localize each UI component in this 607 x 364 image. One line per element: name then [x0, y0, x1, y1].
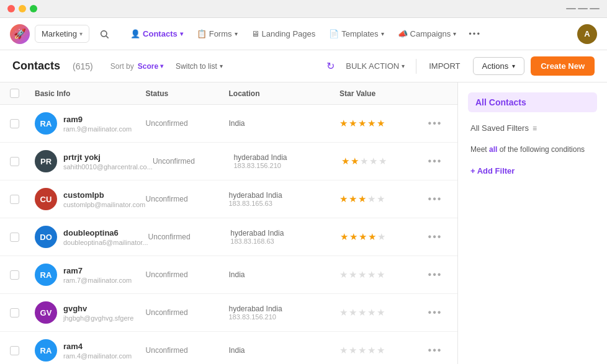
row-more-btn[interactable]: ••• [428, 307, 443, 318]
star-4[interactable]: ★ [367, 269, 375, 280]
refresh-button[interactable]: ↻ [326, 60, 335, 72]
bulk-action-caret-icon: ▾ [402, 63, 405, 69]
add-filter-btn[interactable]: + Add Filter [468, 162, 597, 179]
contacts-count: (615) [73, 61, 93, 71]
star-5[interactable]: ★ [379, 156, 387, 167]
switch-list-btn[interactable]: Switch to list ▾ [176, 62, 223, 71]
contact-stars: ★★★★★ [339, 118, 423, 129]
select-all-checkbox[interactable] [10, 89, 19, 98]
row-checkbox[interactable] [10, 270, 19, 280]
table-row: PR prtrjt yokj sahith0010@gharcentral.co… [0, 143, 457, 180]
import-button[interactable]: IMPORT [423, 58, 466, 74]
star-3[interactable]: ★ [358, 307, 366, 318]
star-1[interactable]: ★ [339, 118, 348, 129]
star-3[interactable]: ★ [358, 193, 366, 205]
star-1[interactable]: ★ [341, 156, 349, 167]
row-checkbox[interactable] [10, 346, 19, 355]
star-1[interactable]: ★ [339, 193, 348, 205]
table-body: RA ram9 ram.9@mailinator.com Unconfirmed… [0, 105, 457, 364]
star-5[interactable]: ★ [377, 307, 385, 318]
nav-item-contacts[interactable]: 👤 Contacts ▾ [124, 25, 189, 42]
star-3[interactable]: ★ [359, 231, 367, 242]
search-button[interactable] [94, 24, 114, 44]
star-1[interactable]: ★ [340, 231, 348, 242]
forms-nav-icon: 📋 [197, 29, 207, 38]
star-4[interactable]: ★ [367, 118, 375, 129]
row-checkbox[interactable] [10, 308, 19, 317]
templates-nav-caret: ▾ [381, 30, 384, 37]
workspace-label: Marketing [42, 29, 77, 38]
star-2[interactable]: ★ [349, 231, 357, 242]
star-2[interactable]: ★ [349, 118, 357, 129]
sort-value[interactable]: Score ▾ [138, 62, 163, 71]
star-5[interactable]: ★ [377, 193, 385, 205]
row-more-btn[interactable]: ••• [428, 345, 443, 356]
row-more-btn[interactable]: ••• [428, 231, 443, 242]
star-3[interactable]: ★ [360, 156, 368, 167]
contact-email: jhgbgh@gvghvg.sfgere [63, 314, 133, 322]
row-checkbox[interactable] [10, 195, 19, 204]
star-3[interactable]: ★ [358, 118, 366, 129]
contact-avatar: RA [35, 112, 57, 135]
star-5[interactable]: ★ [377, 231, 385, 242]
nav-item-forms[interactable]: 📋 Forms ▾ [191, 25, 244, 42]
star-2[interactable]: ★ [349, 345, 357, 356]
star-2[interactable]: ★ [349, 269, 357, 280]
window-maximize[interactable] [30, 5, 37, 12]
star-4[interactable]: ★ [367, 193, 375, 205]
row-more-btn[interactable]: ••• [428, 269, 443, 280]
row-more-btn[interactable]: ••• [428, 193, 443, 205]
star-5[interactable]: ★ [377, 345, 385, 356]
star-2[interactable]: ★ [349, 307, 357, 318]
landing-pages-nav-icon: 🖥 [251, 29, 259, 38]
star-2[interactable]: ★ [349, 193, 357, 205]
table-row: RA ram4 ram.4@mailinator.com Unconfirmed… [0, 332, 457, 364]
star-3[interactable]: ★ [358, 345, 366, 356]
star-5[interactable]: ★ [377, 118, 385, 129]
contact-location: hyderabad India183.83.156.210 [233, 153, 341, 169]
row-checkbox[interactable] [10, 157, 19, 166]
row-more-btn[interactable]: ••• [428, 118, 443, 129]
nav-item-templates[interactable]: 📄 Templates ▾ [323, 25, 390, 42]
star-4[interactable]: ★ [367, 307, 375, 318]
actions-button[interactable]: Actions ▾ [473, 57, 525, 75]
location-ip: 183.83.165.63 [229, 200, 340, 207]
location-city: hyderabad India [229, 191, 340, 200]
saved-filters-btn[interactable]: All Saved Filters ≡ [468, 120, 597, 136]
window-minimize[interactable] [19, 5, 26, 12]
location-city: India [229, 346, 340, 355]
contact-email: sahith0010@gharcentral.co... [63, 163, 153, 171]
forms-nav-label: Forms [209, 29, 232, 38]
nav-item-campaigns[interactable]: 📣 Campaigns ▾ [392, 25, 463, 42]
star-1[interactable]: ★ [339, 345, 348, 356]
contact-stars: ★★★★★ [341, 156, 423, 167]
landing-pages-nav-label: Landing Pages [262, 29, 316, 38]
window-close[interactable] [7, 5, 15, 12]
nav-item-landing-pages[interactable]: 🖥 Landing Pages [245, 25, 322, 42]
more-nav-btn[interactable]: ••• [464, 25, 486, 42]
star-4[interactable]: ★ [367, 345, 375, 356]
all-contacts-filter[interactable]: All Contacts [468, 92, 597, 112]
star-4[interactable]: ★ [368, 231, 376, 242]
workspace-caret-icon: ▾ [79, 30, 83, 37]
bulk-action-btn[interactable]: BULK ACTION ▾ [341, 58, 410, 74]
logo[interactable] [10, 24, 30, 44]
star-5[interactable]: ★ [377, 269, 385, 280]
row-checkbox[interactable] [10, 233, 19, 242]
avatar[interactable]: A [577, 24, 597, 44]
star-4[interactable]: ★ [369, 156, 377, 167]
row-checkbox[interactable] [10, 119, 19, 128]
star-2[interactable]: ★ [351, 156, 359, 167]
vertical-divider [416, 59, 416, 74]
forms-nav-caret: ▾ [235, 30, 238, 37]
row-more-btn[interactable]: ••• [428, 156, 443, 167]
star-1[interactable]: ★ [339, 307, 348, 318]
create-new-button[interactable]: Create New [531, 56, 595, 76]
location-city: India [229, 270, 340, 279]
sort-label: Sort by [110, 62, 134, 71]
star-1[interactable]: ★ [339, 269, 348, 280]
contact-location: hyderabad India183.83.165.63 [229, 191, 340, 207]
contacts-nav-caret: ▾ [180, 30, 183, 37]
workspace-dropdown[interactable]: Marketing ▾ [35, 25, 89, 43]
star-3[interactable]: ★ [358, 269, 366, 280]
